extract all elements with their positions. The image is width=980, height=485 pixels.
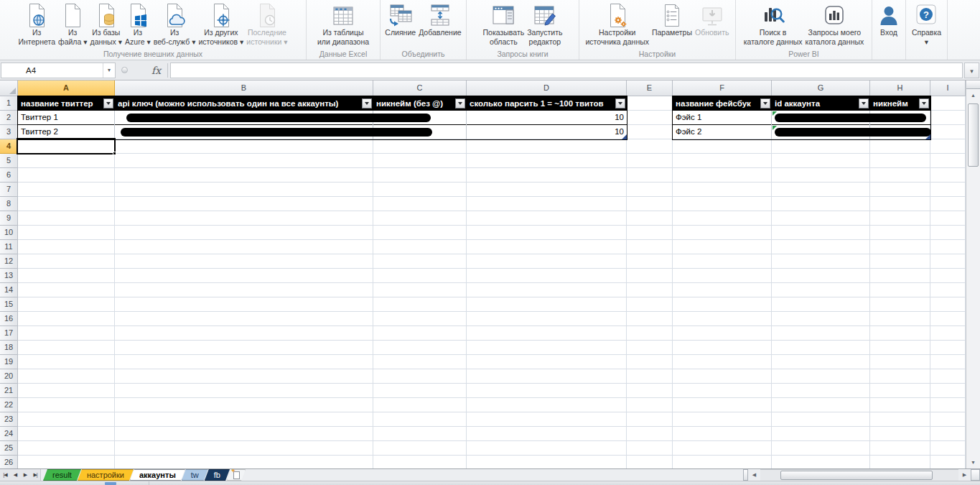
row-header-10[interactable]: 10 — [0, 226, 18, 240]
filter-button-G[interactable] — [859, 98, 869, 108]
row-header-13[interactable]: 13 — [0, 269, 18, 283]
query-options-button[interactable]: Параметры — [650, 1, 694, 38]
expand-formula-bar-icon[interactable]: ▾ — [964, 63, 979, 78]
row-header-4[interactable]: 4 — [0, 139, 18, 154]
select-all-corner[interactable] — [0, 80, 18, 96]
column-header-G[interactable]: G — [772, 80, 870, 96]
cell-F3[interactable]: Фэйс 2 — [673, 125, 772, 139]
row-header-11[interactable]: 11 — [0, 240, 18, 254]
sheet-tab-настройки[interactable]: настройки — [78, 469, 134, 481]
sheet-tab-result[interactable]: result — [43, 469, 81, 481]
vertical-split-handle[interactable] — [966, 80, 980, 89]
row-header-3[interactable]: 3 — [0, 125, 18, 139]
scroll-left-icon[interactable]: ◀ — [748, 469, 760, 481]
row-header-6[interactable]: 6 — [0, 168, 18, 183]
from-web-services-button[interactable]: Извеб-служб ▾ — [152, 1, 197, 47]
name-box[interactable]: A4 ▾ — [1, 63, 116, 78]
row-header-17[interactable]: 17 — [0, 326, 18, 341]
row-header-18[interactable]: 18 — [0, 341, 18, 355]
formula-input[interactable] — [170, 63, 963, 78]
column-header-D[interactable]: D — [467, 80, 627, 96]
previous-sheet-button[interactable]: ◀ — [10, 469, 20, 481]
filter-button-C[interactable] — [455, 98, 465, 108]
sheet-tab-fb[interactable]: fb — [205, 469, 230, 481]
row-header-21[interactable]: 21 — [0, 384, 18, 398]
name-box-dropdown-icon[interactable]: ▾ — [103, 63, 115, 78]
last-sheet-button[interactable]: ▶| — [30, 469, 40, 481]
row-header-25[interactable]: 25 — [0, 441, 18, 456]
filter-button-A[interactable] — [103, 98, 113, 108]
cell-A2[interactable]: Твиттер 1 — [18, 111, 115, 124]
horizontal-scrollbar[interactable]: ◀ ▶ — [743, 469, 980, 481]
from-database-button[interactable]: Из базыданных ▾ — [89, 1, 124, 47]
from-internet-button[interactable]: ИзИнтернета — [17, 1, 57, 47]
filter-button-D[interactable] — [615, 98, 625, 108]
name-box-resize-handle[interactable] — [121, 67, 128, 73]
next-sheet-button[interactable]: ▶ — [20, 469, 30, 481]
filter-button-F[interactable] — [760, 98, 770, 108]
sign-in-button[interactable]: Вход — [877, 1, 901, 38]
from-other-sources-button[interactable]: Из другихисточников ▾ — [197, 1, 245, 47]
sheet-tab-tw[interactable]: tw — [182, 469, 208, 481]
table-resize-handle[interactable] — [925, 134, 930, 139]
fill-handle[interactable] — [113, 152, 116, 155]
scroll-down-icon[interactable]: ▼ — [966, 456, 980, 468]
row-header-26[interactable]: 26 — [0, 456, 18, 468]
cell-D3[interactable]: 10 — [467, 125, 627, 139]
row-header-1[interactable]: 1 — [0, 96, 18, 111]
my-data-catalog-queries-button[interactable]: Запросы моегокаталога данных — [804, 1, 866, 47]
cell-F2[interactable]: Фэйс 1 — [673, 111, 772, 124]
vertical-scrollbar[interactable]: ▲ ▼ — [966, 80, 980, 468]
help-button[interactable]: ?Справка▾ — [910, 1, 943, 47]
from-table-range-button[interactable]: Из таблицыили диапазона — [316, 1, 370, 47]
column-header-H[interactable]: H — [870, 80, 930, 96]
row-header-20[interactable]: 20 — [0, 369, 18, 384]
cell-D2[interactable]: 10 — [467, 111, 627, 124]
from-azure-button[interactable]: ИзAzure ▾ — [123, 1, 152, 47]
first-sheet-button[interactable]: |◀ — [0, 469, 10, 481]
sheet-tab-аккаунты[interactable]: аккаунты — [130, 469, 185, 481]
tab-split-handle[interactable] — [971, 469, 980, 481]
append-queries-button[interactable]: Добавление — [417, 1, 463, 38]
column-header-B[interactable]: B — [115, 80, 373, 96]
search-data-catalog-button[interactable]: Поиск вкаталоге данных — [742, 1, 804, 47]
row-header-19[interactable]: 19 — [0, 355, 18, 369]
row-header-12[interactable]: 12 — [0, 254, 18, 269]
refresh-button[interactable]: Обновить — [694, 1, 731, 38]
horizontal-scroll-track[interactable] — [760, 469, 958, 481]
row-header-14[interactable]: 14 — [0, 283, 18, 297]
row-header-2[interactable]: 2 — [0, 111, 18, 125]
horizontal-split-handle[interactable] — [743, 469, 748, 481]
data-source-settings-button[interactable]: Настройкиисточника данных — [584, 1, 650, 47]
column-header-A[interactable]: A — [18, 80, 115, 96]
filter-button-H[interactable] — [919, 98, 929, 108]
filter-button-B[interactable] — [362, 98, 372, 108]
row-header-16[interactable]: 16 — [0, 312, 18, 326]
column-header-F[interactable]: F — [673, 80, 772, 96]
cell-A3[interactable]: Твиттер 2 — [18, 125, 115, 139]
row-header-22[interactable]: 22 — [0, 398, 18, 412]
horizontal-scroll-thumb[interactable] — [780, 471, 933, 480]
launch-query-editor-button[interactable]: Запуститьредактор — [526, 1, 564, 47]
scroll-up-icon[interactable]: ▲ — [966, 89, 980, 101]
row-header-23[interactable]: 23 — [0, 412, 18, 427]
row-header-8[interactable]: 8 — [0, 197, 18, 211]
row-header-7[interactable]: 7 — [0, 183, 18, 197]
row-header-24[interactable]: 24 — [0, 427, 18, 441]
row-header-5[interactable]: 5 — [0, 154, 18, 168]
insert-function-button[interactable]: fx — [133, 65, 167, 76]
column-header-I[interactable]: I — [930, 80, 966, 96]
row-header-9[interactable]: 9 — [0, 211, 18, 226]
selected-cell-A4[interactable] — [17, 138, 116, 154]
vertical-scroll-thumb[interactable] — [968, 103, 979, 167]
row-header-15[interactable]: 15 — [0, 297, 18, 312]
sign-in-icon — [878, 2, 900, 28]
merge-queries-button[interactable]: Слияние — [383, 1, 417, 38]
scroll-right-icon[interactable]: ▶ — [958, 469, 971, 481]
column-header-C[interactable]: C — [373, 80, 467, 96]
table-resize-handle[interactable] — [622, 134, 627, 139]
column-header-E[interactable]: E — [627, 80, 673, 96]
show-queries-pane-button[interactable]: Показыватьобласть — [482, 1, 526, 47]
recent-sources-button[interactable]: Последниеисточники ▾ — [245, 1, 289, 47]
from-file-button[interactable]: Изфайла ▾ — [57, 1, 89, 47]
